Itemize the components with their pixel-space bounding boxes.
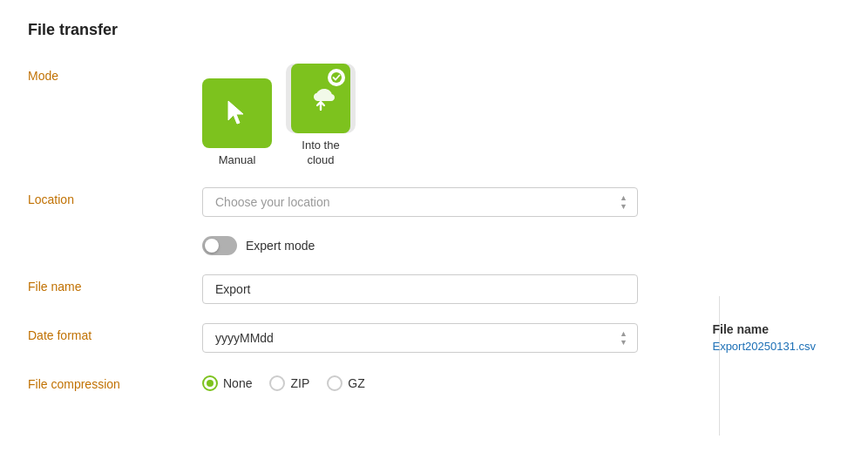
mode-cloud-label: Into the cloud xyxy=(302,138,339,168)
mode-cloud-card xyxy=(291,64,350,133)
mode-cloud[interactable]: Into the cloud xyxy=(286,64,356,168)
date-format-content: yyyyMMdd ddMMyyyy MMddyyyy ▲ ▼ xyxy=(202,323,655,353)
file-name-label: File name xyxy=(28,274,202,294)
date-format-label: Date format xyxy=(28,323,202,342)
vertical-separator xyxy=(719,296,720,436)
compression-none-option[interactable]: None xyxy=(202,375,252,391)
compression-none-dot xyxy=(207,380,214,387)
mode-cloud-wrapper xyxy=(286,64,356,133)
page-title: File transfer xyxy=(28,21,840,39)
selected-check-badge xyxy=(328,69,345,86)
mode-label: Mode xyxy=(28,64,202,83)
compression-zip-radio[interactable] xyxy=(269,375,285,391)
compression-gz-radio[interactable] xyxy=(327,375,342,391)
compression-radio-group: None ZIP GZ xyxy=(202,372,655,391)
location-select[interactable]: Choose your location xyxy=(202,187,638,217)
mode-row: Mode Manual xyxy=(28,64,840,168)
compression-gz-option[interactable]: GZ xyxy=(327,375,364,391)
location-label: Location xyxy=(28,187,202,206)
expert-mode-label: Expert mode xyxy=(246,239,315,253)
file-name-input[interactable] xyxy=(202,274,638,304)
expert-mode-row: Expert mode xyxy=(28,236,840,255)
expert-mode-toggle[interactable] xyxy=(202,236,237,255)
location-content: Choose your location ▲ ▼ xyxy=(202,187,655,217)
location-row: Location Choose your location ▲ ▼ xyxy=(28,187,840,217)
date-format-select[interactable]: yyyyMMdd ddMMyyyy MMddyyyy xyxy=(202,323,638,353)
mode-options: Manual xyxy=(202,64,655,168)
date-format-select-wrapper: yyyyMMdd ddMMyyyy MMddyyyy ▲ ▼ xyxy=(202,323,638,353)
compression-none-label: None xyxy=(223,376,252,390)
mode-manual-label: Manual xyxy=(219,153,256,168)
toggle-thumb xyxy=(205,239,219,253)
file-compression-label: File compression xyxy=(28,372,202,391)
file-name-content xyxy=(202,274,655,304)
location-select-wrapper: Choose your location ▲ ▼ xyxy=(202,187,638,217)
compression-none-radio[interactable] xyxy=(202,375,218,391)
sidebar-info-title: File name xyxy=(712,322,816,336)
mode-manual[interactable]: Manual xyxy=(202,78,272,168)
compression-zip-option[interactable]: ZIP xyxy=(269,375,309,391)
sidebar-info-value: Export20250131.csv xyxy=(712,340,816,353)
sidebar-info: File name Export20250131.csv xyxy=(712,322,816,353)
cursor-icon xyxy=(220,94,254,132)
compression-zip-label: ZIP xyxy=(290,376,309,390)
mode-manual-card xyxy=(202,78,272,148)
page-container: File transfer Mode Manual xyxy=(0,0,868,466)
file-compression-content: None ZIP GZ xyxy=(202,372,655,391)
compression-gz-label: GZ xyxy=(348,376,364,390)
